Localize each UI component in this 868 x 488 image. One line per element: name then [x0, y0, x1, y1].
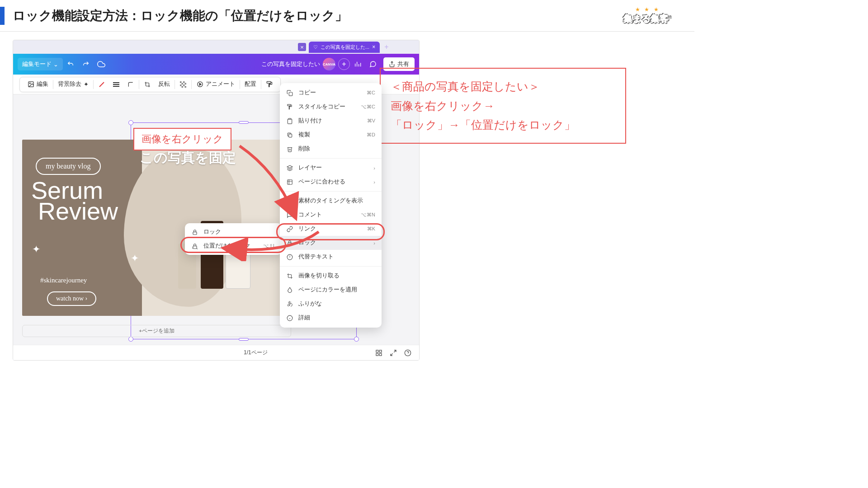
ctx-copy-style[interactable]: スタイルをコピー⌥⌘C	[280, 100, 382, 114]
add-page-label: +ページを追加	[139, 328, 175, 333]
prev-tab-close-icon[interactable]: ×	[298, 43, 306, 51]
chevron-right-icon: ›	[373, 240, 375, 246]
grid-view-icon[interactable]	[375, 349, 383, 357]
ctx-furigana[interactable]: あふりがな	[280, 297, 382, 311]
browser-tab-strip: × ♡ この写真を固定した... × +	[13, 40, 419, 54]
transparency-icon	[179, 81, 187, 88]
svg-rect-20	[288, 243, 292, 245]
svg-marker-17	[287, 165, 292, 168]
ctx-timing-label: 素材のタイミングを表示	[298, 197, 363, 205]
paint-roller-icon	[266, 81, 273, 88]
svg-rect-13	[289, 92, 292, 96]
no-style-button[interactable]	[94, 81, 109, 88]
svg-rect-18	[288, 179, 292, 184]
user-avatar[interactable]: CANVA	[323, 58, 335, 70]
ctx-page-color[interactable]: ページにカラーを適用	[280, 283, 382, 297]
undo-button[interactable]	[64, 57, 77, 71]
new-tab-button[interactable]: +	[384, 43, 388, 51]
separator	[191, 80, 192, 89]
edit-label: 編集	[37, 80, 48, 88]
shortcut: ⌘V	[367, 118, 375, 124]
edit-image-button[interactable]: 編集	[24, 80, 52, 88]
ctx-page-color-label: ページにカラーを適用	[298, 286, 357, 294]
copy-icon	[286, 89, 293, 97]
ctx-paste[interactable]: 貼り付け⌘V	[280, 114, 382, 128]
canva-editor-window: × ♡ この写真を固定した... × + 編集モード ⌄ この写真を固定したい …	[13, 40, 420, 361]
ctx-delete[interactable]: 削除	[280, 142, 382, 156]
flip-button[interactable]: 反転	[155, 80, 174, 88]
page-indicator[interactable]: 1/1ページ	[244, 349, 268, 357]
svg-rect-7	[180, 84, 182, 86]
ctx-timing[interactable]: 素材のタイミングを表示	[280, 194, 382, 208]
lock-icon	[191, 229, 198, 236]
cloud-sync-icon[interactable]	[94, 57, 108, 71]
ctx-crop-label: 画像を切り取る	[298, 272, 340, 280]
corner-radius-button[interactable]	[123, 81, 138, 88]
document-title[interactable]: この写真を固定したい	[261, 60, 320, 68]
svg-rect-6	[185, 83, 187, 84]
tab-close-icon[interactable]: ×	[372, 44, 375, 50]
ctx-crop[interactable]: 画像を切り取る	[280, 269, 382, 283]
flip-label: 反転	[158, 80, 170, 88]
chevron-right-icon: ›	[373, 165, 375, 171]
ctx-comment[interactable]: コメント⌥⌘N	[280, 208, 382, 222]
ctx-detail[interactable]: 詳細	[280, 311, 382, 325]
ctx-fit-label: ページに合わせる	[298, 178, 345, 186]
selection-handle[interactable]	[128, 120, 133, 125]
animate-button[interactable]: アニメート	[193, 80, 239, 88]
droplet-icon	[286, 286, 293, 294]
svg-point-2	[29, 83, 30, 84]
svg-rect-4	[183, 81, 185, 83]
annotation-right-click-text: 画像を右クリック	[142, 133, 223, 145]
context-menu: コピー⌘C スタイルをコピー⌥⌘C 貼り付け⌘V 複製⌘D 削除 レイヤー› ペ…	[280, 83, 382, 328]
ctx-duplicate[interactable]: 複製⌘D	[280, 128, 382, 142]
ctx-layer[interactable]: レイヤー›	[280, 161, 382, 175]
redo-button[interactable]	[79, 57, 93, 71]
page-title: ロック機能設定方法：ロック機能の「位置だけをロック」	[13, 7, 348, 24]
edit-mode-label: 編集モード	[22, 60, 52, 68]
bg-remove-button[interactable]: 背景除去 ✦	[54, 80, 92, 88]
ctx-delete-label: 削除	[298, 145, 310, 153]
selection-handle-mid[interactable]	[239, 121, 249, 124]
selection-handle[interactable]	[128, 337, 133, 342]
logo-stars: ★ ★ ★	[623, 6, 672, 13]
ctx-duplicate-label: 複製	[298, 131, 310, 139]
duplicate-icon	[286, 131, 293, 139]
separator	[175, 80, 175, 89]
paint-format-button[interactable]	[262, 81, 277, 88]
selection-handle-mid[interactable]	[239, 338, 249, 341]
submenu-lock-label: ロック	[203, 228, 221, 236]
fullscreen-icon[interactable]	[389, 349, 397, 357]
info-icon	[286, 314, 293, 322]
position-button[interactable]: 配置	[241, 80, 260, 88]
trash-icon	[286, 145, 293, 153]
ctx-copy[interactable]: コピー⌘C	[280, 86, 382, 100]
ctx-copy-style-label: スタイルをコピー	[298, 103, 345, 111]
selection-handle[interactable]	[354, 337, 359, 342]
line-weight-button[interactable]	[109, 81, 123, 88]
ctx-fit-page[interactable]: ページに合わせる›	[280, 175, 382, 189]
help-icon[interactable]	[404, 349, 412, 357]
tab-label: この写真を固定した...	[321, 44, 369, 51]
clock-icon	[286, 197, 293, 205]
crop-button[interactable]	[140, 81, 155, 88]
ctx-alt-text[interactable]: T代替テキスト	[280, 250, 382, 264]
comment-bubble-icon[interactable]	[366, 57, 380, 71]
bg-remove-label: 背景除去	[58, 80, 81, 88]
hashtag-text: #skincarejourney	[40, 277, 87, 284]
ctx-furigana-label: ふりがな	[298, 300, 322, 308]
browser-tab-active[interactable]: ♡ この写真を固定した... ×	[309, 42, 380, 53]
overlay-japanese-text: この写真を固定	[140, 149, 236, 167]
separator	[139, 80, 139, 89]
sparkle-icon: ✦	[84, 81, 89, 88]
transparency-button[interactable]	[176, 81, 190, 88]
position-label: 配置	[245, 80, 256, 88]
edit-mode-dropdown[interactable]: 編集モード ⌄	[18, 58, 63, 70]
add-page-button[interactable]: +ページを追加	[22, 325, 291, 337]
clipboard-icon	[286, 117, 293, 125]
lines-icon	[113, 81, 120, 88]
shortcut: ⌥⌘C	[361, 104, 375, 110]
header-accent-bar	[0, 7, 5, 25]
analytics-icon[interactable]	[351, 57, 364, 71]
add-member-button[interactable]: +	[338, 58, 350, 70]
